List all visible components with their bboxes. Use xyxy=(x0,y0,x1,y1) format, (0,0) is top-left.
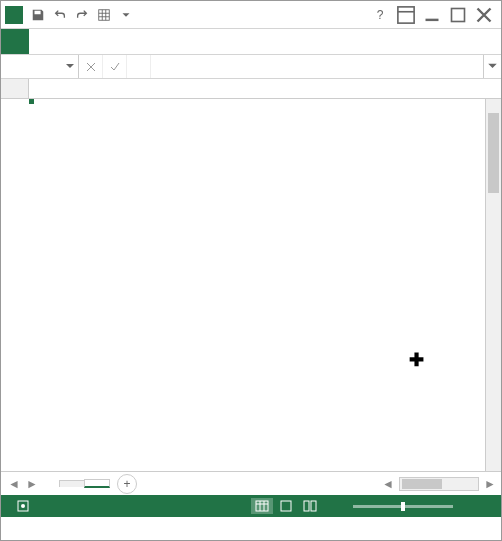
cursor-cross-icon: ✚ xyxy=(409,349,424,371)
sheet-tab-bar: ◄ ► + ◄ ► xyxy=(1,471,501,495)
zoom-out-button[interactable] xyxy=(323,498,345,514)
save-icon[interactable] xyxy=(27,4,49,26)
tab-view[interactable] xyxy=(149,29,169,54)
zoom-slider[interactable] xyxy=(353,505,453,508)
svg-rect-7 xyxy=(304,501,309,511)
sheet-nav-prev-icon[interactable]: ◄ xyxy=(5,475,23,493)
undo-icon[interactable] xyxy=(49,4,71,26)
sheet-tab[interactable] xyxy=(84,479,110,488)
redo-icon[interactable] xyxy=(71,4,93,26)
vertical-scrollbar[interactable] xyxy=(485,99,501,471)
formula-bar xyxy=(1,55,501,79)
name-box[interactable] xyxy=(1,55,79,78)
spreadsheet-grid: ✚ xyxy=(1,79,501,471)
view-page-layout-icon[interactable] xyxy=(275,498,297,514)
ribbon-tabs xyxy=(1,29,501,55)
hscroll-left-icon[interactable]: ◄ xyxy=(379,475,397,493)
tab-home[interactable] xyxy=(29,29,49,54)
fx-button[interactable] xyxy=(127,55,151,78)
tab-insert[interactable] xyxy=(49,29,69,54)
sheet-tab[interactable] xyxy=(59,480,85,487)
active-cell-outline xyxy=(29,99,33,103)
tab-data[interactable] xyxy=(109,29,129,54)
cancel-icon[interactable] xyxy=(79,55,103,78)
hscroll-right-icon[interactable]: ► xyxy=(481,475,499,493)
tab-more[interactable] xyxy=(169,29,189,54)
status-bar xyxy=(1,495,501,517)
add-sheet-icon[interactable]: + xyxy=(117,474,137,494)
table-icon[interactable] xyxy=(93,4,115,26)
zoom-in-button[interactable] xyxy=(461,498,483,514)
column-headers xyxy=(1,79,501,99)
tab-review[interactable] xyxy=(129,29,149,54)
ribbon-options-icon[interactable] xyxy=(393,4,419,26)
view-normal-icon[interactable] xyxy=(251,498,273,514)
maximize-icon[interactable] xyxy=(445,4,471,26)
tab-file[interactable] xyxy=(1,29,29,54)
svg-rect-0 xyxy=(99,9,110,20)
close-icon[interactable] xyxy=(471,4,497,26)
macro-record-icon[interactable] xyxy=(17,500,29,512)
sheet-ellipsis[interactable] xyxy=(41,475,59,493)
svg-rect-8 xyxy=(311,501,316,511)
tab-page-layout[interactable] xyxy=(69,29,89,54)
svg-rect-2 xyxy=(452,8,465,21)
enter-icon[interactable] xyxy=(103,55,127,78)
view-page-break-icon[interactable] xyxy=(299,498,321,514)
help-icon[interactable]: ? xyxy=(367,4,393,26)
horizontal-scrollbar[interactable] xyxy=(399,477,479,491)
select-all-corner[interactable] xyxy=(1,79,29,98)
formula-input[interactable] xyxy=(151,55,483,78)
sheet-nav-next-icon[interactable]: ► xyxy=(23,475,41,493)
excel-app-icon[interactable] xyxy=(5,6,23,24)
svg-rect-6 xyxy=(281,501,291,511)
svg-rect-5 xyxy=(256,501,268,511)
svg-rect-1 xyxy=(398,6,414,22)
qat-dropdown-icon[interactable] xyxy=(115,4,137,26)
tab-formulas[interactable] xyxy=(89,29,109,54)
minimize-icon[interactable] xyxy=(419,4,445,26)
formula-expand-icon[interactable] xyxy=(483,55,501,78)
svg-point-4 xyxy=(21,504,25,508)
title-bar: ? xyxy=(1,1,501,29)
